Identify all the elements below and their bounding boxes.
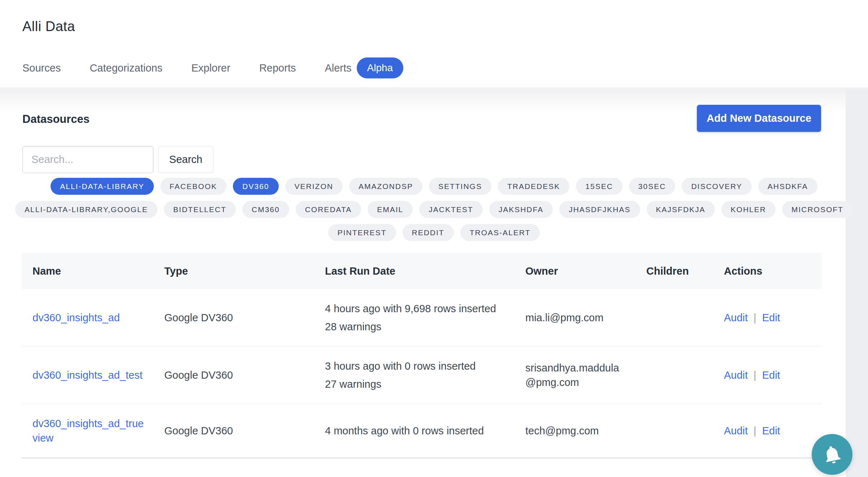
- right-gutter: [846, 88, 868, 477]
- tab-sources[interactable]: Sources: [22, 62, 61, 74]
- name-cell: dv360_insights_ad: [22, 289, 153, 347]
- edit-link[interactable]: Edit: [762, 425, 780, 437]
- bell-icon: [822, 444, 843, 465]
- app-header: Alli Data SourcesCategorizationsExplorer…: [0, 0, 868, 88]
- datasource-name-link[interactable]: dv360_insights_ad: [32, 312, 120, 323]
- filter-pill-groups: ALLI-DATA-LIBRARYFACEBOOKDV360VERIZONAMA…: [22, 178, 846, 247]
- table-body: dv360_insights_adGoogle DV3604 hours ago…: [22, 289, 822, 458]
- datasource-name-link[interactable]: dv360_insights_ad_test: [32, 369, 143, 381]
- owner-cell: srisandhya.maddula@pmg.com: [515, 347, 635, 404]
- actions-cell: Audit|Edit: [713, 289, 822, 347]
- last-run-cell: 4 hours ago with 9,698 rows inserted28 w…: [314, 289, 515, 347]
- filter-pill-email[interactable]: EMAIL: [368, 201, 413, 218]
- action-separator: |: [754, 312, 756, 323]
- table-row: dv360_insights_ad_trueviewGoogle DV3604 …: [22, 404, 822, 458]
- edit-link[interactable]: Edit: [762, 312, 780, 323]
- owner-cell: tech@pmg.com: [515, 404, 635, 458]
- audit-link[interactable]: Audit: [724, 369, 748, 381]
- filter-pill-discovery[interactable]: DISCOVERY: [682, 178, 751, 195]
- datasources-table: NameTypeLast Run DateOwnerChildrenAction…: [22, 253, 822, 459]
- tab-alerts[interactable]: Alerts: [325, 62, 351, 74]
- name-cell: dv360_insights_ad_test: [22, 347, 153, 404]
- filter-pill-settings[interactable]: SETTINGS: [429, 178, 491, 195]
- filter-pill-facebook[interactable]: FACEBOOK: [160, 178, 227, 195]
- last-run-text: 4 months ago with 0 rows inserted: [325, 424, 507, 438]
- actions-cell: Audit|Edit: [713, 404, 822, 458]
- search-row: Search: [22, 146, 213, 173]
- edit-link[interactable]: Edit: [762, 369, 780, 381]
- add-new-datasource-button[interactable]: Add New Datasource: [697, 105, 821, 132]
- tab-explorer[interactable]: Explorer: [191, 62, 230, 74]
- actions-cell: Audit|Edit: [713, 347, 822, 404]
- tab-reports[interactable]: Reports: [259, 62, 296, 74]
- column-header-name: Name: [22, 253, 153, 289]
- filter-pill-verizon[interactable]: VERIZON: [285, 178, 343, 195]
- filter-pill-kajsfdkja[interactable]: KAJSFDKJA: [647, 201, 715, 218]
- column-header-type: Type: [153, 253, 314, 289]
- notifications-fab[interactable]: [812, 434, 852, 475]
- table-header-row: NameTypeLast Run DateOwnerChildrenAction…: [22, 253, 822, 289]
- filter-row: ALLI-DATA-LIBRARY,GOOGLEBIDTELLECTCM360C…: [22, 201, 846, 218]
- filter-pill-30sec[interactable]: 30SEC: [629, 178, 676, 195]
- nav-tabs: SourcesCategorizationsExplorerReportsAle…: [22, 56, 403, 80]
- action-separator: |: [754, 369, 756, 381]
- owner-cell: mia.li@pmg.com: [515, 289, 635, 347]
- filter-pill-alli-data-library[interactable]: ALLI-DATA-LIBRARY: [51, 178, 154, 195]
- filter-pill-15sec[interactable]: 15SEC: [576, 178, 622, 195]
- last-run-cell: 3 hours ago with 0 rows inserted27 warni…: [314, 347, 515, 404]
- filter-pill-dv360[interactable]: DV360: [233, 178, 278, 195]
- tab-alpha[interactable]: Alpha: [357, 57, 404, 78]
- type-cell: Google DV360: [153, 347, 314, 404]
- children-cell: [635, 404, 713, 458]
- filter-pill-amazondsp[interactable]: AMAZONDSP: [349, 178, 422, 195]
- filter-pill-jacktest[interactable]: JACKTEST: [419, 201, 482, 218]
- audit-link[interactable]: Audit: [724, 425, 748, 437]
- search-input[interactable]: [22, 146, 153, 173]
- type-cell: Google DV360: [153, 289, 314, 347]
- table-row: dv360_insights_ad_testGoogle DV3603 hour…: [22, 347, 822, 404]
- children-cell: [635, 347, 713, 404]
- filter-pill-pinterest[interactable]: PINTEREST: [328, 224, 396, 241]
- action-separator: |: [754, 425, 756, 437]
- filter-pill-tradedesk[interactable]: TRADEDESK: [498, 178, 569, 195]
- column-header-owner: Owner: [515, 253, 635, 289]
- column-header-actions: Actions: [713, 253, 822, 289]
- filter-pill-cm360[interactable]: CM360: [242, 201, 289, 218]
- filter-pill-coredata[interactable]: COREDATA: [296, 201, 361, 218]
- filter-row: ALLI-DATA-LIBRARYFACEBOOKDV360VERIZONAMA…: [22, 178, 846, 195]
- column-header-last-run-date: Last Run Date: [314, 253, 515, 289]
- filter-pill-kohler[interactable]: KOHLER: [721, 201, 776, 218]
- last-run-text: 4 hours ago with 9,698 rows inserted: [325, 301, 507, 316]
- column-header-children: Children: [635, 253, 713, 289]
- page-title: Datasources: [22, 113, 90, 126]
- audit-link[interactable]: Audit: [724, 312, 748, 323]
- filter-pill-bidtellect[interactable]: BIDTELLECT: [164, 201, 236, 218]
- filter-pill-alli-data-library-google[interactable]: ALLI-DATA-LIBRARY,GOOGLE: [15, 201, 157, 218]
- name-cell: dv360_insights_ad_trueview: [22, 404, 153, 458]
- type-cell: Google DV360: [153, 404, 314, 458]
- filter-pill-troas-alert[interactable]: TROAS-ALERT: [460, 224, 540, 241]
- table-row: dv360_insights_adGoogle DV3604 hours ago…: [22, 289, 822, 347]
- filter-pill-ahsdkfa[interactable]: AHSDKFA: [758, 178, 817, 195]
- filter-pill-jakshdfa[interactable]: JAKSHDFA: [489, 201, 553, 218]
- children-cell: [635, 289, 713, 347]
- filter-pill-microsoft[interactable]: MICROSOFT: [782, 201, 853, 218]
- filter-row: PINTERESTREDDITTROAS-ALERT: [22, 224, 846, 241]
- app-title: Alli Data: [22, 19, 75, 34]
- warnings-text: 28 warnings: [325, 319, 507, 334]
- filter-pill-reddit[interactable]: REDDIT: [403, 224, 454, 241]
- tab-categorizations[interactable]: Categorizations: [90, 62, 162, 74]
- datasource-name-link[interactable]: dv360_insights_ad_trueview: [32, 418, 144, 444]
- last-run-text: 3 hours ago with 0 rows inserted: [325, 359, 507, 373]
- search-button[interactable]: Search: [158, 146, 213, 173]
- last-run-cell: 4 months ago with 0 rows inserted: [314, 404, 515, 458]
- filter-pill-jhasdfjkhas[interactable]: JHASDFJKHAS: [559, 201, 640, 218]
- warnings-text: 27 warnings: [325, 377, 507, 391]
